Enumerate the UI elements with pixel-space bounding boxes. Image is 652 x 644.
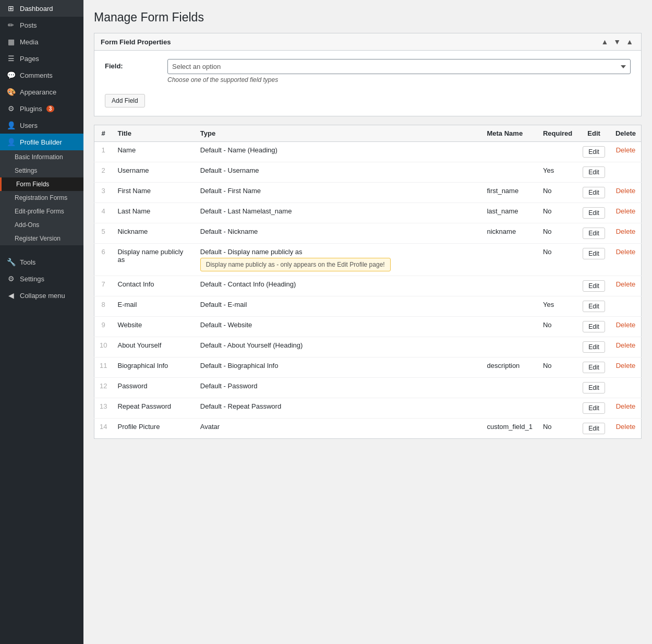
sidebar-item-profile-builder[interactable]: 👤 Profile Builder <box>0 134 83 150</box>
delete-link[interactable]: Delete <box>616 321 636 329</box>
delete-link[interactable]: Delete <box>616 402 636 410</box>
delete-link[interactable]: Delete <box>616 341 636 349</box>
panel-collapse-down-button[interactable]: ▼ <box>612 38 622 46</box>
sidebar-item-settings[interactable]: ⚙ Settings <box>0 270 83 287</box>
submenu-form-fields[interactable]: Form Fields <box>0 177 83 191</box>
delete-link[interactable]: Delete <box>616 187 636 195</box>
sidebar-item-label: Pages <box>20 55 39 63</box>
delete-link[interactable]: Delete <box>616 228 636 235</box>
sidebar-item-tools[interactable]: 🔧 Tools <box>0 254 83 270</box>
cell-edit: Edit <box>577 183 610 203</box>
cell-type: Default - Nickname <box>195 223 482 244</box>
cell-title: Repeat Password <box>112 398 195 419</box>
edit-button[interactable]: Edit <box>583 146 605 158</box>
field-hint: Choose one of the supported field types <box>167 76 631 84</box>
sidebar-item-posts[interactable]: ✏ Posts <box>0 17 83 33</box>
sidebar-item-media[interactable]: ▦ Media <box>0 33 83 50</box>
cell-edit: Edit <box>577 296 610 317</box>
tools-icon: 🔧 <box>6 258 16 266</box>
cell-delete: Delete <box>610 244 642 276</box>
cell-num: 10 <box>94 337 113 357</box>
table-row: 6Display name publicly asDefault - Displ… <box>94 244 642 276</box>
delete-link[interactable]: Delete <box>616 248 636 256</box>
cell-edit: Edit <box>577 276 610 296</box>
submenu-settings[interactable]: Settings <box>0 164 83 177</box>
sidebar-item-appearance[interactable]: 🎨 Appearance <box>0 84 83 100</box>
sidebar-item-dashboard[interactable]: ⊞ Dashboard <box>0 0 83 17</box>
cell-title: Biographical Info <box>112 357 195 378</box>
cell-title: Display name publicly as <box>112 244 195 276</box>
sidebar-item-label: Dashboard <box>20 5 53 13</box>
field-type-select[interactable]: Select an option <box>167 59 631 74</box>
edit-button[interactable]: Edit <box>583 187 605 198</box>
add-field-button[interactable]: Add Field <box>105 94 145 108</box>
delete-link[interactable]: Delete <box>616 146 636 154</box>
cell-delete: Delete <box>610 398 642 419</box>
sidebar-item-label: Appearance <box>20 88 56 96</box>
sidebar-item-plugins[interactable]: ⚙ Plugins 3 <box>0 100 83 117</box>
panel-collapse-up-button[interactable]: ▲ <box>599 38 610 46</box>
cell-delete: Delete <box>610 419 642 439</box>
sidebar-item-users[interactable]: 👤 Users <box>0 117 83 134</box>
cell-title: First Name <box>112 183 195 203</box>
submenu-registration-forms[interactable]: Registration Forms <box>0 191 83 205</box>
sidebar-item-label: Profile Builder <box>20 138 62 146</box>
cell-meta <box>481 337 537 357</box>
col-num: # <box>94 125 113 142</box>
cell-meta: custom_field_1 <box>481 419 537 439</box>
cell-num: 2 <box>94 162 113 183</box>
edit-button[interactable]: Edit <box>583 402 605 414</box>
cell-delete: Delete <box>610 276 642 296</box>
edit-button[interactable]: Edit <box>583 228 605 239</box>
edit-button[interactable]: Edit <box>583 248 605 259</box>
edit-button[interactable]: Edit <box>583 207 605 219</box>
cell-meta <box>481 317 537 337</box>
submenu-basic-information[interactable]: Basic Information <box>0 150 83 164</box>
table-row: 11Biographical InfoDefault - Biographica… <box>94 357 642 378</box>
edit-button[interactable]: Edit <box>583 341 605 353</box>
edit-button[interactable]: Edit <box>583 362 605 373</box>
cell-title: Password <box>112 378 195 398</box>
edit-button[interactable]: Edit <box>583 280 605 292</box>
page-title: Manage Form Fields <box>94 10 642 25</box>
delete-link[interactable]: Delete <box>616 280 636 288</box>
edit-button[interactable]: Edit <box>583 301 605 312</box>
cell-type: Default - Display name publicly asDispla… <box>195 244 482 276</box>
cell-required <box>538 378 577 398</box>
edit-button[interactable]: Edit <box>583 382 605 393</box>
form-fields-table: # Title Type Meta Name Required Edit Del… <box>94 125 642 439</box>
cell-title: Nickname <box>112 223 195 244</box>
submenu-edit-profile-forms[interactable]: Edit-profile Forms <box>0 205 83 218</box>
cell-num: 9 <box>94 317 113 337</box>
edit-button[interactable]: Edit <box>583 321 605 332</box>
cell-meta <box>481 142 537 162</box>
edit-button[interactable]: Edit <box>583 166 605 178</box>
cell-num: 14 <box>94 419 113 439</box>
cell-edit: Edit <box>577 203 610 223</box>
sidebar-item-collapse[interactable]: ◀ Collapse menu <box>0 287 83 304</box>
cell-title: Last Name <box>112 203 195 223</box>
edit-button[interactable]: Edit <box>583 423 605 434</box>
sidebar-item-pages[interactable]: ☰ Pages <box>0 50 83 67</box>
sidebar-item-comments[interactable]: 💬 Comments <box>0 67 83 84</box>
submenu-register-version[interactable]: Register Version <box>0 232 83 245</box>
table-row: 10About YourselfDefault - About Yourself… <box>94 337 642 357</box>
cell-type: Default - First Name <box>195 183 482 203</box>
delete-link[interactable]: Delete <box>616 207 636 215</box>
cell-type: Default - Website <box>195 317 482 337</box>
cell-meta: first_name <box>481 183 537 203</box>
cell-meta <box>481 378 537 398</box>
table-row: 4Last NameDefault - Last Namelast_namela… <box>94 203 642 223</box>
cell-type: Avatar <box>195 419 482 439</box>
delete-link[interactable]: Delete <box>616 362 636 369</box>
tooltip-box: Display name publicly as - only appears … <box>200 258 391 271</box>
panel-close-button[interactable]: ▲ <box>624 38 635 46</box>
submenu-add-ons[interactable]: Add-Ons <box>0 218 83 232</box>
main-content: Manage Form Fields Form Field Properties… <box>83 0 652 644</box>
cell-required <box>538 398 577 419</box>
collapse-icon: ◀ <box>6 291 16 300</box>
cell-edit: Edit <box>577 317 610 337</box>
cell-type: Default - Username <box>195 162 482 183</box>
delete-link[interactable]: Delete <box>616 423 636 431</box>
plugins-icon: ⚙ <box>6 104 16 113</box>
